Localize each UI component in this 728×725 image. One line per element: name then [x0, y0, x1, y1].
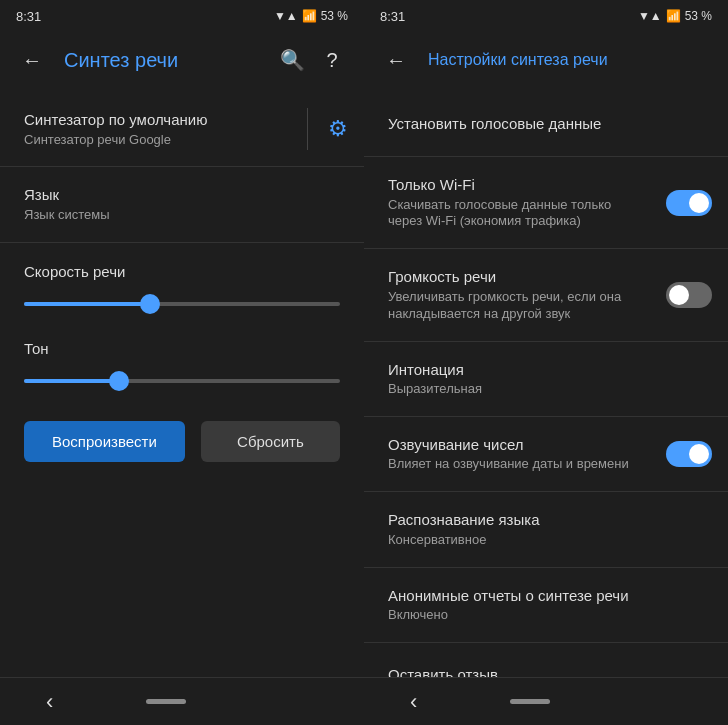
- left-status-bar: 8:31 ▼▲ 📶 53 %: [0, 0, 364, 32]
- right-time: 8:31: [380, 9, 405, 24]
- install-voice-row[interactable]: Установить голосовые данные: [364, 96, 728, 152]
- lang-detect-title: Распознавание языка: [388, 510, 656, 530]
- right-battery-label: 53 %: [685, 9, 712, 23]
- speech-rate-slider-container[interactable]: [24, 292, 340, 316]
- wifi-only-row[interactable]: Только Wi-Fi Скачивать голосовые данные …: [364, 161, 728, 244]
- right-bottom-nav: ‹: [364, 677, 728, 725]
- numbers-title: Озвучивание чисел: [388, 435, 648, 455]
- left-content: Синтезатор по умолчанию Синтезатор речи …: [0, 88, 364, 677]
- right-status-bar: 8:31 ▼▲ 📶 53 %: [364, 0, 728, 32]
- right-divider-6: [364, 567, 728, 568]
- default-synth-row[interactable]: Синтезатор по умолчанию Синтезатор речи …: [0, 96, 364, 162]
- right-status-icons: ▼▲ 📶 53 %: [638, 9, 712, 23]
- right-divider-1: [364, 156, 728, 157]
- left-time: 8:31: [16, 9, 41, 24]
- volume-title: Громкость речи: [388, 267, 648, 287]
- intonation-row[interactable]: Интонация Выразительная: [364, 346, 728, 412]
- right-nav-back[interactable]: ‹: [410, 689, 417, 715]
- wifi-only-subtitle: Скачивать голосовые данные только через …: [388, 197, 648, 231]
- tone-thumb[interactable]: [109, 371, 129, 391]
- right-content: Установить голосовые данные Только Wi-Fi…: [364, 88, 728, 677]
- right-divider-5: [364, 491, 728, 492]
- feedback-row[interactable]: Оставить отзыв: [364, 647, 728, 677]
- language-row[interactable]: Язык Язык системы: [0, 171, 364, 237]
- help-icon: ?: [326, 49, 337, 72]
- numbers-thumb: [689, 444, 709, 464]
- tone-fill: [24, 379, 119, 383]
- feedback-title: Оставить отзыв: [388, 665, 656, 677]
- lang-detect-row[interactable]: Распознавание языка Консервативное: [364, 496, 728, 562]
- right-divider-3: [364, 341, 728, 342]
- help-button[interactable]: ?: [312, 40, 352, 80]
- volume-toggle[interactable]: [666, 282, 712, 308]
- wifi-icon: 📶: [302, 9, 317, 23]
- install-voice-title: Установить голосовые данные: [388, 114, 656, 134]
- numbers-subtitle: Влияет на озвучивание даты и времени: [388, 456, 648, 473]
- numbers-track[interactable]: [666, 441, 712, 467]
- volume-row[interactable]: Громкость речи Увеличивать громкость реч…: [364, 253, 728, 336]
- battery-label: 53 %: [321, 9, 348, 23]
- language-subtitle: Язык системы: [24, 207, 292, 224]
- wifi-only-title: Только Wi-Fi: [388, 175, 648, 195]
- default-synth-subtitle: Синтезатор речи Google: [24, 132, 292, 149]
- right-wifi-icon: 📶: [666, 9, 681, 23]
- numbers-toggle[interactable]: [666, 441, 712, 467]
- play-button[interactable]: Воспроизвести: [24, 421, 185, 462]
- anon-reports-title: Анонимные отчеты о синтезе речи: [388, 586, 656, 606]
- wifi-only-toggle[interactable]: [666, 190, 712, 216]
- tone-label: Тон: [24, 340, 340, 357]
- volume-track[interactable]: [666, 282, 712, 308]
- wifi-only-thumb: [689, 193, 709, 213]
- left-bottom-nav: ‹: [0, 677, 364, 725]
- speech-rate-section: Скорость речи: [0, 247, 364, 324]
- numbers-row[interactable]: Озвучивание чисел Влияет на озвучивание …: [364, 421, 728, 487]
- tone-section: Тон: [0, 324, 364, 401]
- vertical-divider: [307, 108, 308, 150]
- right-signal-icon: ▼▲: [638, 9, 662, 23]
- left-nav-home[interactable]: [146, 699, 186, 704]
- right-divider-7: [364, 642, 728, 643]
- tone-track: [24, 379, 340, 383]
- search-icon: 🔍: [280, 48, 305, 72]
- right-divider-2: [364, 248, 728, 249]
- left-panel: 8:31 ▼▲ 📶 53 % ← Синтез речи 🔍 ? Синтеза…: [0, 0, 364, 725]
- divider-2: [0, 242, 364, 243]
- intonation-subtitle: Выразительная: [388, 381, 656, 398]
- default-synth-title: Синтезатор по умолчанию: [24, 110, 292, 130]
- right-divider-4: [364, 416, 728, 417]
- left-status-icons: ▼▲ 📶 53 %: [274, 9, 348, 23]
- right-title: Настройки синтеза речи: [428, 51, 716, 69]
- wifi-only-track[interactable]: [666, 190, 712, 216]
- reset-button[interactable]: Сбросить: [201, 421, 340, 462]
- right-app-bar: ← Настройки синтеза речи: [364, 32, 728, 88]
- signal-icon: ▼▲: [274, 9, 298, 23]
- volume-subtitle: Увеличивать громкость речи, если она нак…: [388, 289, 648, 323]
- divider-1: [0, 166, 364, 167]
- right-panel: 8:31 ▼▲ 📶 53 % ← Настройки синтеза речи …: [364, 0, 728, 725]
- left-app-bar: ← Синтез речи 🔍 ?: [0, 32, 364, 88]
- speech-rate-thumb[interactable]: [140, 294, 160, 314]
- left-nav-back[interactable]: ‹: [46, 689, 53, 715]
- anon-reports-subtitle: Включено: [388, 607, 656, 624]
- action-buttons: Воспроизвести Сбросить: [0, 401, 364, 482]
- tone-slider-container[interactable]: [24, 369, 340, 393]
- right-back-button[interactable]: ←: [376, 40, 416, 80]
- intonation-title: Интонация: [388, 360, 656, 380]
- speech-rate-track: [24, 302, 340, 306]
- language-title: Язык: [24, 185, 292, 205]
- search-button[interactable]: 🔍: [272, 40, 312, 80]
- gear-icon[interactable]: ⚙: [328, 116, 348, 142]
- left-title: Синтез речи: [64, 49, 272, 72]
- speech-rate-label: Скорость речи: [24, 263, 340, 280]
- lang-detect-subtitle: Консервативное: [388, 532, 656, 549]
- volume-thumb: [669, 285, 689, 305]
- left-back-button[interactable]: ←: [12, 40, 52, 80]
- right-nav-home[interactable]: [510, 699, 550, 704]
- anon-reports-row[interactable]: Анонимные отчеты о синтезе речи Включено: [364, 572, 728, 638]
- speech-rate-fill: [24, 302, 150, 306]
